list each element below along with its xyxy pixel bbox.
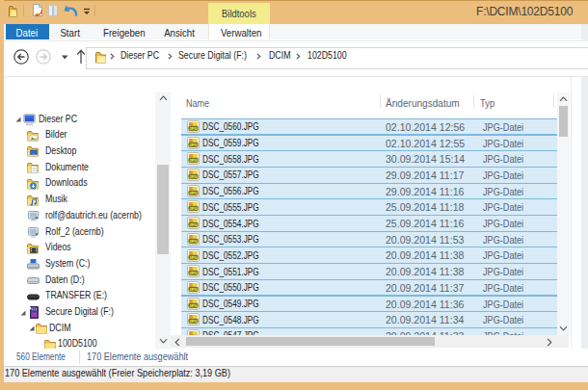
svg-text:JPG: JPG <box>189 158 197 163</box>
svg-text:JPG: JPG <box>189 143 197 147</box>
svg-text:JPG: JPG <box>189 206 197 211</box>
svg-text:JPG: JPG <box>189 287 197 292</box>
svg-text:JPG: JPG <box>189 222 197 227</box>
svg-text:JPG: JPG <box>189 303 197 308</box>
svg-text:JPG: JPG <box>189 271 197 275</box>
svg-text:JPG: JPG <box>189 239 197 244</box>
svg-text:JPG: JPG <box>189 255 197 260</box>
svg-text:JPG: JPG <box>189 126 197 131</box>
svg-text:JPG: JPG <box>189 174 197 179</box>
svg-text:JPG: JPG <box>189 319 197 324</box>
svg-text:JPG: JPG <box>189 191 197 195</box>
